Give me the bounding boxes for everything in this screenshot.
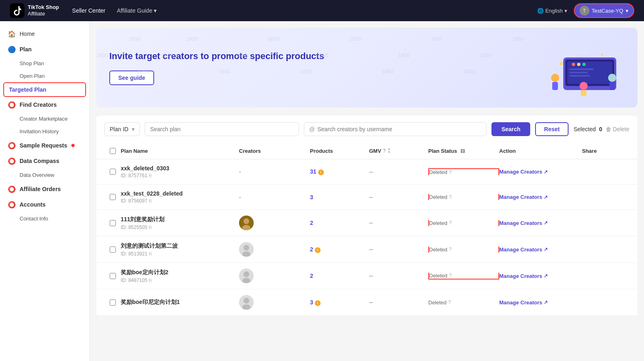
table-row: 奖励boe印尼定向计划1 3! -- Deleted ? Manage Crea… [96, 289, 637, 316]
sidebar-item-home[interactable]: 🏠 Home [0, 26, 89, 42]
plan-name-cell: 奖励boe定向计划2 ID: 8487105 ⎘ [121, 269, 239, 283]
banner-illustration: ✦ [543, 39, 624, 96]
select-all-input[interactable] [110, 148, 116, 154]
sidebar-item-data-compass[interactable]: ⭕ Data Compass [0, 153, 89, 169]
creator-avatar [239, 216, 254, 230]
copy-icon[interactable]: ⎘ [149, 277, 152, 283]
creator-search-input[interactable] [317, 126, 481, 132]
select-all-checkbox[interactable] [104, 148, 121, 154]
row-checkbox[interactable] [104, 247, 121, 253]
svg-point-26 [243, 298, 249, 304]
sidebar-item-contact-info[interactable]: Contact Info [0, 212, 89, 225]
gmv-cell: -- [369, 273, 428, 279]
col-action: Action [499, 148, 582, 154]
row-checkbox[interactable] [104, 273, 121, 279]
user-menu-button[interactable]: T TestCase-YQ ▾ [574, 3, 634, 18]
manage-creators-link[interactable]: Manage Creators ↗ [499, 273, 582, 279]
table-container: Plan ID ▾ @ Search Reset Selected 0 🗑 [96, 116, 637, 316]
delete-button[interactable]: 🗑 Delete [606, 126, 629, 132]
compass-icon: ⭕ [8, 157, 15, 165]
products-cell: 3! [310, 299, 369, 306]
sidebar-item-accounts[interactable]: ⭕ Accounts [0, 197, 89, 212]
warning-dot: ! [315, 247, 321, 253]
creators-cell [239, 269, 310, 283]
col-plan-status: Plan Status ⊟ [428, 148, 499, 154]
row-checkbox[interactable] [104, 194, 121, 200]
find-creators-icon: ⭕ [8, 101, 15, 108]
plan-id-text: ID: 8757761 ⎘ [121, 173, 239, 178]
copy-icon[interactable]: ⎘ [149, 225, 152, 230]
row-select-input[interactable] [110, 247, 116, 253]
sidebar-item-sample-requests[interactable]: ⭕ Sample Requests [0, 138, 89, 153]
filter-icon[interactable]: ⊟ [460, 148, 465, 154]
accounts-icon: ⭕ [8, 201, 15, 208]
manage-creators-link[interactable]: Manage Creators ↗ [499, 194, 582, 200]
creators-cell [239, 216, 310, 230]
status-help-icon[interactable]: ? [449, 194, 452, 200]
table-row: xxk_deleted_0303 ID: 8757761 ⎘ - 31! -- … [96, 159, 637, 185]
sidebar-item-targeted-plan[interactable]: Targeted Plan [3, 82, 86, 97]
sidebar-item-shop-plan[interactable]: Shop Plan [0, 57, 89, 70]
products-cell: 31! [310, 168, 369, 175]
row-select-input[interactable] [110, 273, 116, 279]
sidebar-item-find-creators[interactable]: ⭕ Find Creators [0, 97, 89, 112]
logo[interactable]: TikTok Shop Affiliate [10, 3, 59, 18]
manage-creators-link[interactable]: Manage Creators ↗ [499, 220, 582, 226]
manage-creators-link[interactable]: Manage Creators ↗ [499, 169, 582, 175]
svg-rect-13 [552, 82, 558, 90]
sort-icons[interactable]: ▲ ▼ [387, 147, 391, 154]
status-help-icon[interactable]: ? [449, 169, 452, 175]
row-checkbox[interactable] [104, 299, 121, 306]
plan-id-dropdown[interactable]: Plan ID ▾ [104, 122, 140, 136]
manage-creators-link[interactable]: Manage Creators ↗ [499, 247, 582, 253]
seller-center-link[interactable]: Seller Center [72, 7, 106, 14]
affiliate-guide-link[interactable]: Affiliate Guide ▾ [117, 7, 157, 14]
topnav: TikTok Shop Affiliate Seller Center Affi… [0, 0, 644, 21]
sidebar-item-data-overview[interactable]: Data Overview [0, 169, 89, 181]
svg-point-23 [242, 251, 250, 257]
language-selector[interactable]: 🌐 English ▾ [537, 8, 567, 14]
sidebar-item-affiliate-orders[interactable]: ⭕ Affiliate Orders [0, 181, 89, 197]
sidebar-item-invitation-history[interactable]: Invitation History [0, 125, 89, 138]
status-help-icon[interactable]: ? [449, 220, 452, 226]
brand-text: TikTok Shop Affiliate [28, 4, 59, 17]
svg-point-14 [580, 82, 588, 90]
row-select-input[interactable] [110, 220, 116, 226]
search-plan-input[interactable] [150, 126, 294, 132]
svg-point-24 [243, 271, 249, 277]
warning-dot: ! [315, 300, 321, 306]
row-checkbox[interactable] [104, 220, 121, 226]
sidebar-item-creator-marketplace[interactable]: Creator Marketplace [0, 112, 89, 125]
copy-icon[interactable]: ⎘ [149, 198, 152, 204]
reset-button[interactable]: Reset [535, 122, 569, 136]
status-help-icon[interactable]: ? [448, 299, 451, 305]
copy-icon[interactable]: ⎘ [149, 173, 152, 178]
plan-id-text: ID: 8513921 ⎘ [121, 251, 239, 257]
no-avatar: - [239, 169, 241, 175]
see-guide-button[interactable]: See guide [109, 70, 154, 85]
status-cell: Deleted ? [428, 194, 499, 200]
status-help-icon[interactable]: ? [449, 273, 452, 278]
sidebar-item-open-plan[interactable]: Open Plan [0, 70, 89, 82]
gmv-cell: -- [369, 169, 428, 175]
copy-icon[interactable]: ⎘ [149, 251, 152, 257]
sidebar-item-plan[interactable]: 🔵 Plan [0, 42, 89, 57]
row-select-input[interactable] [110, 169, 116, 175]
gmv-cell: -- [369, 220, 428, 226]
plan-name-cell: 刘意的测试计划第二波 ID: 8513921 ⎘ [121, 242, 239, 257]
products-cell: 2 [310, 220, 369, 226]
row-select-input[interactable] [110, 194, 116, 200]
no-avatar: - [239, 194, 241, 200]
search-plan-input-wrap [145, 122, 299, 136]
chevron-down-icon: ▾ [626, 8, 629, 14]
row-checkbox[interactable] [104, 169, 121, 175]
svg-point-20 [243, 218, 249, 224]
plan-name-text: 奖励boe定向计划2 [121, 269, 239, 276]
row-select-input[interactable] [110, 299, 116, 306]
status-help-icon[interactable]: ? [449, 247, 452, 252]
manage-creators-link[interactable]: Manage Creators ↗ [499, 299, 582, 306]
creator-search-wrap: @ [304, 122, 487, 136]
sample-icon: ⭕ [8, 142, 15, 149]
svg-rect-15 [581, 90, 586, 96]
search-button[interactable]: Search [491, 122, 530, 136]
